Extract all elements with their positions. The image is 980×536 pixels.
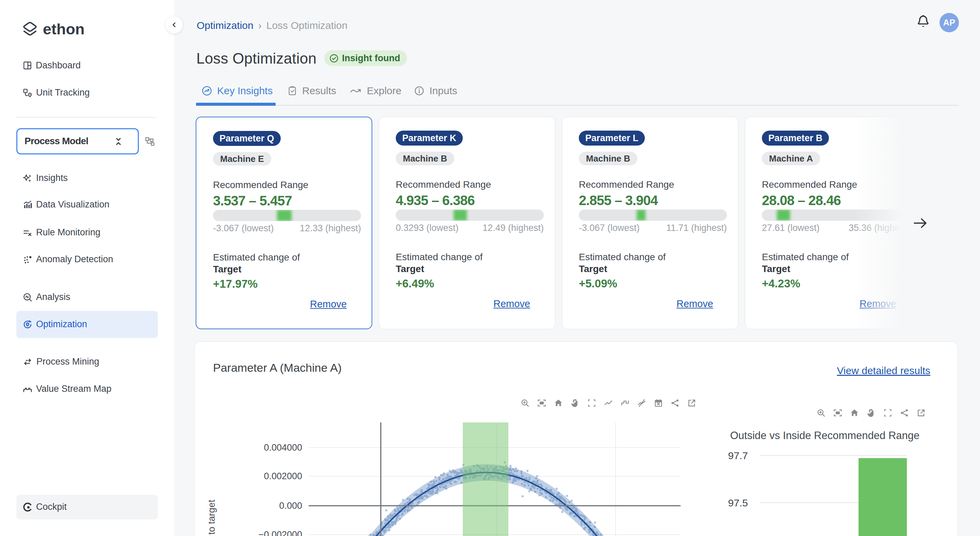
- svg-text:97.5: 97.5: [728, 497, 748, 509]
- svg-text:0.000: 0.000: [279, 501, 302, 511]
- svg-text:97.7: 97.7: [728, 450, 748, 461]
- svg-text:−0.002000: −0.002000: [259, 530, 302, 536]
- svg-text:Distance to target: Distance to target: [206, 500, 217, 536]
- svg-text:0.002000: 0.002000: [264, 471, 302, 481]
- svg-text:0.004000: 0.004000: [264, 442, 302, 453]
